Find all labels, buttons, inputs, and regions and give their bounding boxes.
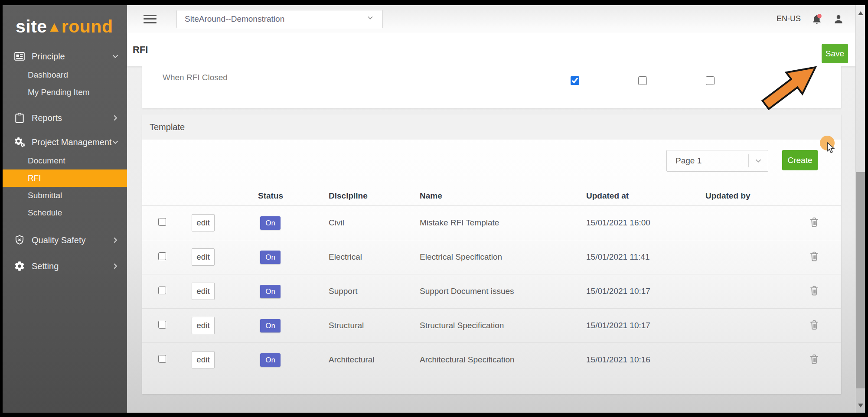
discipline-cell: Support <box>323 287 414 296</box>
discipline-cell: Structural <box>323 321 414 330</box>
rfi-settings-panel: When RFI Closed <box>142 66 841 108</box>
shield-x-icon <box>14 235 25 246</box>
sidebar: site▲round Principle Dashboard My Pendin… <box>3 5 127 413</box>
when-rfi-closed-label: When RFI Closed <box>163 73 228 82</box>
table-header-row: Status Discipline Name Updated at Update… <box>142 186 841 206</box>
scrollbar-down-arrow-icon[interactable] <box>858 404 863 407</box>
scrollbar-thumb[interactable] <box>856 172 865 388</box>
app-screen: site▲round Principle Dashboard My Pendin… <box>0 0 868 417</box>
sidebar-nav: Principle Dashboard My Pending Item Repo… <box>3 46 127 276</box>
discipline-cell: Civil <box>323 218 414 228</box>
edit-button[interactable]: edit <box>192 317 215 334</box>
column-header-status: Status <box>253 191 323 201</box>
topbar-right: EN-US <box>777 5 844 33</box>
template-panel: Template Page 1 Create Status Discipline… <box>142 114 841 394</box>
project-selector-dropdown[interactable]: SiteAround--Demonstration <box>176 10 383 28</box>
chevron-right-icon <box>111 113 120 125</box>
user-profile-icon[interactable] <box>833 13 844 25</box>
table-row: edit On Civil Mistake RFI Template 15/01… <box>142 206 841 240</box>
table-row: edit On Architectural Architectural Spec… <box>142 343 841 377</box>
sidebar-item-my-pending-item[interactable]: My Pending Item <box>3 84 127 101</box>
chevron-down-icon <box>111 137 120 149</box>
row-checkbox[interactable] <box>158 321 166 329</box>
name-cell: Support Document issues <box>414 287 581 296</box>
sidebar-item-setting[interactable]: Setting <box>3 256 127 276</box>
sidebar-item-quality-safety[interactable]: Quality Safety <box>3 230 127 250</box>
row-checkbox[interactable] <box>158 355 166 363</box>
create-button[interactable]: Create <box>782 150 818 170</box>
table-body: edit On Civil Mistake RFI Template 15/01… <box>142 206 841 377</box>
page-selector-value: Page 1 <box>667 156 748 166</box>
topbar: SiteAround--Demonstration EN-US <box>127 5 855 33</box>
delete-button[interactable] <box>808 352 821 366</box>
status-badge[interactable]: On <box>260 251 281 264</box>
scrollbar-up-arrow-icon[interactable] <box>858 11 863 15</box>
logo-text-round: round <box>62 16 113 36</box>
chevron-right-icon <box>111 261 120 273</box>
logo-triangle-icon: ▲ <box>47 19 62 35</box>
hamburger-menu-icon[interactable] <box>144 15 157 23</box>
sidebar-item-schedule[interactable]: Schedule <box>3 204 127 222</box>
chevron-right-icon <box>111 235 120 247</box>
status-badge[interactable]: On <box>260 353 281 367</box>
name-cell: Mistake RFI Template <box>414 218 581 228</box>
when-rfi-closed-checkbox-2[interactable] <box>638 76 647 85</box>
delete-button[interactable] <box>808 250 821 264</box>
when-rfi-closed-checkbox-1[interactable] <box>571 76 579 85</box>
updated-at-cell: 15/01/2021 16:00 <box>581 218 700 228</box>
main-area: SiteAround--Demonstration EN-US RFI Save <box>127 5 855 413</box>
gears-icon <box>14 137 25 148</box>
project-selector-value: SiteAround--Demonstration <box>185 14 284 24</box>
delete-button[interactable] <box>808 284 821 298</box>
status-badge[interactable]: On <box>260 319 281 332</box>
column-header-name: Name <box>414 191 581 201</box>
sidebar-item-label: Principle <box>32 52 65 62</box>
discipline-cell: Electrical <box>323 252 414 262</box>
updated-at-cell: 15/01/2021 10:17 <box>581 287 700 296</box>
name-cell: Structural Specification <box>414 321 581 330</box>
delete-button[interactable] <box>808 215 821 229</box>
page-selector-dropdown[interactable]: Page 1 <box>666 150 768 172</box>
gear-icon <box>14 261 25 272</box>
delete-button[interactable] <box>808 318 821 332</box>
sidebar-item-rfi-active[interactable]: RFI <box>3 169 127 187</box>
table-row: edit On Structural Structural Specificat… <box>142 309 841 343</box>
chevron-down-icon <box>749 156 768 166</box>
sidebar-item-project-management[interactable]: Project Management <box>3 132 127 152</box>
updated-at-cell: 15/01/2021 10:16 <box>581 355 700 365</box>
sidebar-item-label: Reports <box>32 113 62 123</box>
sidebar-item-label: Setting <box>32 261 59 271</box>
status-badge[interactable]: On <box>260 216 281 230</box>
sidebar-item-principle[interactable]: Principle <box>3 46 127 66</box>
page-header: RFI Save <box>127 33 855 66</box>
column-header-updated-by: Updated by <box>700 191 803 201</box>
status-badge[interactable]: On <box>260 285 281 298</box>
updated-at-cell: 15/01/2021 11:41 <box>581 252 700 262</box>
sidebar-item-document[interactable]: Document <box>3 152 127 169</box>
sidebar-item-submittal[interactable]: Submittal <box>3 187 127 204</box>
language-selector[interactable]: EN-US <box>777 14 801 23</box>
row-checkbox[interactable] <box>158 252 166 260</box>
column-header-discipline: Discipline <box>323 191 414 201</box>
logo-text-site: site <box>16 16 47 36</box>
edit-button[interactable]: edit <box>192 248 215 266</box>
table-row: edit On Electrical Electrical Specificat… <box>142 240 841 274</box>
vertical-scrollbar[interactable] <box>855 5 865 413</box>
template-section-title: Template <box>142 114 841 140</box>
notification-bell-icon[interactable] <box>811 13 822 25</box>
save-button[interactable]: Save <box>822 44 848 63</box>
app-frame: site▲round Principle Dashboard My Pendin… <box>3 5 865 413</box>
edit-button[interactable]: edit <box>192 351 215 368</box>
sidebar-item-label: Quality Safety <box>32 235 86 245</box>
sidebar-item-dashboard[interactable]: Dashboard <box>3 66 127 84</box>
row-checkbox[interactable] <box>158 218 166 226</box>
edit-button[interactable]: edit <box>192 283 215 300</box>
table-row: edit On Support Support Document issues … <box>142 274 841 309</box>
row-checkbox[interactable] <box>158 287 166 294</box>
name-cell: Architectural Specification <box>414 355 581 365</box>
sidebar-item-reports[interactable]: Reports <box>3 108 127 128</box>
edit-button[interactable]: edit <box>192 214 215 231</box>
page-title: RFI <box>133 44 148 55</box>
when-rfi-closed-checkbox-3[interactable] <box>706 76 715 85</box>
chevron-down-icon <box>111 52 120 63</box>
